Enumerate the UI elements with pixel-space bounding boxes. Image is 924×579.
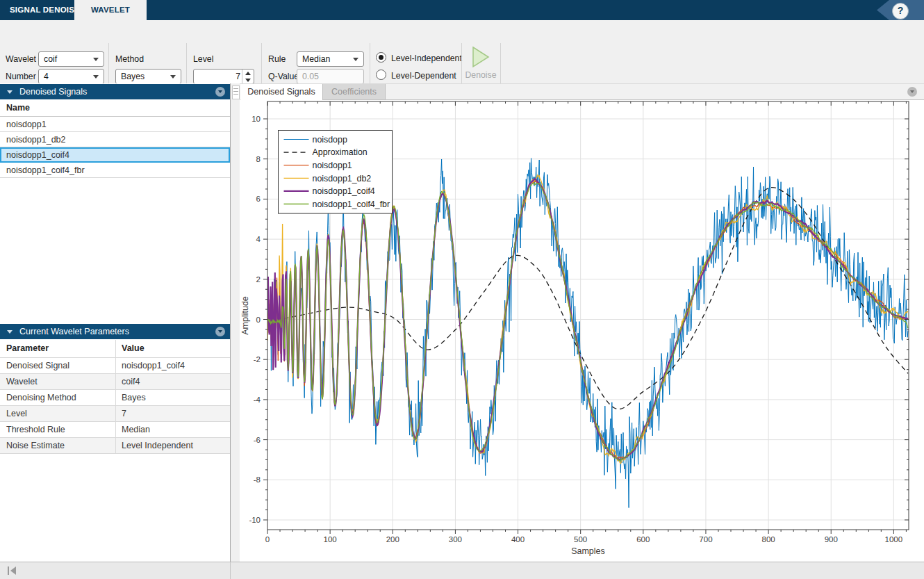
y-tick-label: -2: [254, 355, 261, 364]
y-axis-label: Amplitude: [240, 296, 250, 335]
x-tick-label: 800: [762, 535, 775, 544]
signals-list: noisdopp1noisdopp1_db2noisdopp1_coif4noi…: [0, 117, 230, 178]
plot-panel-menu-icon[interactable]: [907, 87, 917, 97]
denoise-button[interactable]: Denoise: [461, 44, 500, 85]
denoised-signals-chart[interactable]: 01002003004005006007008009001000-10-8-6-…: [240, 99, 924, 560]
panel-title: Denoised Signals: [19, 84, 87, 99]
ribbon: Wavelet coif Number 4 WAVELET Method Bay…: [0, 20, 924, 84]
qvalue-input[interactable]: 0.05: [297, 69, 364, 84]
play-icon: [469, 45, 493, 69]
y-tick-label: -10: [249, 516, 261, 524]
legend-entry: noisdopp1_coif4: [313, 186, 375, 196]
chevron-down-icon: [93, 75, 99, 79]
number-label: Number: [6, 69, 36, 84]
panel-menu-icon[interactable]: [215, 87, 225, 97]
plot-tab-denoised-signals[interactable]: Denoised Signals: [240, 84, 323, 100]
x-tick-label: 400: [511, 535, 525, 544]
x-tick-label: 100: [324, 535, 337, 544]
parameters-table: ParameterValueDenoised Signalnoisdopp1_c…: [0, 340, 230, 454]
list-item[interactable]: noisdopp1: [0, 117, 230, 132]
spinner-up-icon[interactable]: [242, 70, 254, 76]
number-dropdown[interactable]: 4: [38, 69, 104, 84]
method-dropdown[interactable]: Bayes: [115, 69, 181, 84]
help-button[interactable]: ?: [892, 3, 909, 19]
x-tick-label: 200: [386, 535, 399, 544]
status-bar: [0, 562, 924, 579]
denoise-button-label: Denoise: [461, 70, 500, 80]
collapse-left-panel-button[interactable]: [8, 566, 17, 575]
level-value: 7: [236, 70, 240, 83]
panel-splitter[interactable]: [231, 83, 240, 562]
chevron-down-icon: [170, 75, 176, 79]
y-tick-label: -4: [254, 395, 261, 404]
wavelet-dropdown[interactable]: coif: [38, 51, 104, 67]
y-tick-label: -8: [254, 475, 261, 484]
toolstrip-tab-bar: SIGNAL DENOISER WAVELET ?: [0, 0, 924, 20]
radio-level-dependent[interactable]: Level-Dependent: [376, 70, 456, 82]
legend-entry: noisdopp1_coif4_fbr: [313, 199, 390, 209]
y-tick-label: -6: [254, 436, 261, 444]
x-tick-label: 0: [265, 535, 270, 544]
legend-entry: noisdopp1: [313, 161, 352, 170]
signals-column-header: Name: [0, 99, 230, 117]
table-row: Waveletcoif4: [0, 374, 230, 390]
level-spinner[interactable]: 7: [193, 69, 254, 84]
y-tick-label: 0: [256, 316, 261, 324]
x-tick-label: 600: [636, 535, 650, 544]
collapse-chevron-icon[interactable]: [7, 330, 13, 334]
list-item[interactable]: noisdopp1_coif4_fbr: [0, 163, 230, 178]
method-label: Method: [115, 51, 144, 67]
splitter-grip-icon[interactable]: [232, 85, 240, 99]
table-row: Level7: [0, 406, 230, 422]
y-tick-label: 10: [251, 115, 261, 123]
rule-label: Rule: [268, 51, 286, 67]
plot-tab-coefficients[interactable]: Coefficients: [323, 84, 386, 99]
table-row: Threshold RuleMedian: [0, 422, 230, 438]
radio-level-independent[interactable]: Level-Independent: [376, 52, 462, 65]
table-row: Denoising MethodBayes: [0, 390, 230, 406]
plot-panel: Denoised SignalsCoefficients 01002003004…: [240, 83, 924, 562]
list-item[interactable]: noisdopp1_db2: [0, 132, 230, 147]
plot-tab-strip: Denoised SignalsCoefficients: [240, 83, 924, 100]
level-label: Level: [193, 51, 213, 67]
table-row: Noise EstimateLevel Independent: [0, 438, 230, 454]
legend: noisdoppApproximationnoisdopp1noisdopp1_…: [279, 131, 393, 214]
denoised-signals-panel-header[interactable]: Denoised Signals: [0, 84, 230, 99]
chevron-down-icon: [353, 58, 358, 61]
legend-entry: Approximation: [313, 147, 368, 157]
table-row: Denoised Signalnoisdopp1_coif4: [0, 358, 230, 374]
chevron-down-icon: [93, 58, 99, 61]
y-tick-label: 4: [256, 235, 261, 243]
legend-entry: noisdopp: [313, 135, 347, 145]
legend-entry: noisdopp1_db2: [313, 174, 372, 184]
x-tick-label: 300: [449, 535, 462, 544]
y-tick-label: 2: [256, 275, 261, 284]
wavelet-signal-denoiser-app: SIGNAL DENOISER WAVELET ? Wavelet coif N…: [0, 0, 924, 579]
qvalue-label: Q-Value: [268, 69, 299, 84]
collapse-chevron-icon[interactable]: [7, 90, 13, 94]
panel-title: Current Wavelet Parameters: [19, 324, 129, 339]
list-item[interactable]: noisdopp1_coif4: [0, 147, 230, 163]
left-panel-column: Denoised Signals Name noisdopp1noisdopp1…: [0, 83, 231, 562]
radio-unselected-icon: [376, 70, 386, 80]
radio-selected-icon: [376, 52, 386, 63]
collapse-left-icon: [10, 566, 16, 575]
status-bar-divider: [230, 562, 231, 579]
x-axis-label: Samples: [571, 546, 605, 556]
x-tick-label: 1000: [885, 535, 903, 544]
help-icon: ?: [898, 5, 904, 16]
spinner-down-icon[interactable]: [242, 76, 254, 83]
tab-wavelet[interactable]: WAVELET: [74, 0, 147, 20]
x-tick-label: 900: [825, 535, 838, 544]
x-tick-label: 700: [699, 535, 712, 544]
table-header-row: ParameterValue: [0, 340, 230, 358]
rule-dropdown[interactable]: Median: [297, 51, 364, 67]
y-tick-label: 6: [256, 195, 261, 203]
x-tick-label: 500: [574, 535, 587, 544]
wavelet-label: Wavelet: [6, 51, 36, 67]
panel-menu-icon[interactable]: [215, 327, 225, 336]
wavelet-parameters-panel-header[interactable]: Current Wavelet Parameters: [0, 324, 230, 339]
y-tick-label: 8: [256, 155, 261, 163]
